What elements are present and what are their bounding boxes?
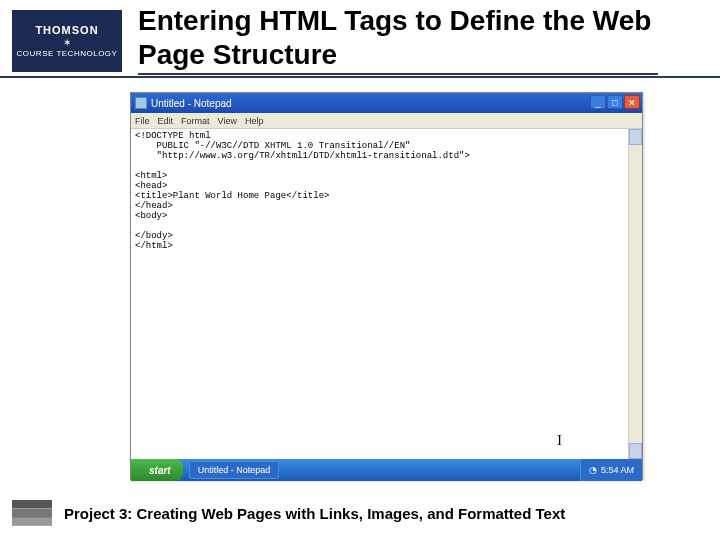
slide-header: THOMSON ✶ COURSE TECHNOLOGY Entering HTM… xyxy=(0,0,720,78)
series-logo xyxy=(12,500,52,526)
start-label: start xyxy=(149,465,171,476)
notepad-content: <!DOCTYPE html PUBLIC "-//W3C//DTD XHTML… xyxy=(135,131,470,251)
logo-star: ✶ xyxy=(12,37,122,48)
system-tray[interactable]: ◔ 5:54 AM xyxy=(580,459,642,481)
notepad-text-area[interactable]: <!DOCTYPE html PUBLIC "-//W3C//DTD XHTML… xyxy=(131,129,642,459)
slide-footer: Project 3: Creating Web Pages with Links… xyxy=(0,500,720,526)
start-button[interactable]: start xyxy=(131,459,183,481)
tray-clock: 5:54 AM xyxy=(601,465,634,475)
window-controls: _ □ ✕ xyxy=(590,95,640,109)
logo-text-top: THOMSON xyxy=(12,24,122,36)
notepad-titlebar[interactable]: Untitled - Notepad _ □ ✕ xyxy=(131,93,642,113)
maximize-button[interactable]: □ xyxy=(607,95,623,109)
footer-text: Project 3: Creating Web Pages with Links… xyxy=(64,505,565,522)
tray-icon: ◔ xyxy=(589,465,597,475)
close-button[interactable]: ✕ xyxy=(624,95,640,109)
menu-view[interactable]: View xyxy=(218,116,237,126)
slide-title: Entering HTML Tags to Define the Web Pag… xyxy=(138,4,658,75)
menu-file[interactable]: File xyxy=(135,116,150,126)
notepad-icon xyxy=(135,97,147,109)
text-cursor-icon: I xyxy=(557,433,562,449)
logo-text-bottom: COURSE TECHNOLOGY xyxy=(12,49,122,58)
notepad-window: Untitled - Notepad _ □ ✕ File Edit Forma… xyxy=(130,92,643,480)
menu-help[interactable]: Help xyxy=(245,116,264,126)
slide: THOMSON ✶ COURSE TECHNOLOGY Entering HTM… xyxy=(0,0,720,540)
taskbar-item-label: Untitled - Notepad xyxy=(198,465,271,475)
thomson-logo: THOMSON ✶ COURSE TECHNOLOGY xyxy=(12,10,122,72)
menu-edit[interactable]: Edit xyxy=(158,116,174,126)
vertical-scrollbar[interactable] xyxy=(628,129,642,459)
notepad-title-text: Untitled - Notepad xyxy=(151,98,232,109)
notepad-menu-bar: File Edit Format View Help xyxy=(131,113,642,129)
menu-format[interactable]: Format xyxy=(181,116,210,126)
taskbar-item-notepad[interactable]: Untitled - Notepad xyxy=(189,461,280,479)
windows-taskbar: start Untitled - Notepad ◔ 5:54 AM xyxy=(131,459,642,481)
minimize-button[interactable]: _ xyxy=(590,95,606,109)
